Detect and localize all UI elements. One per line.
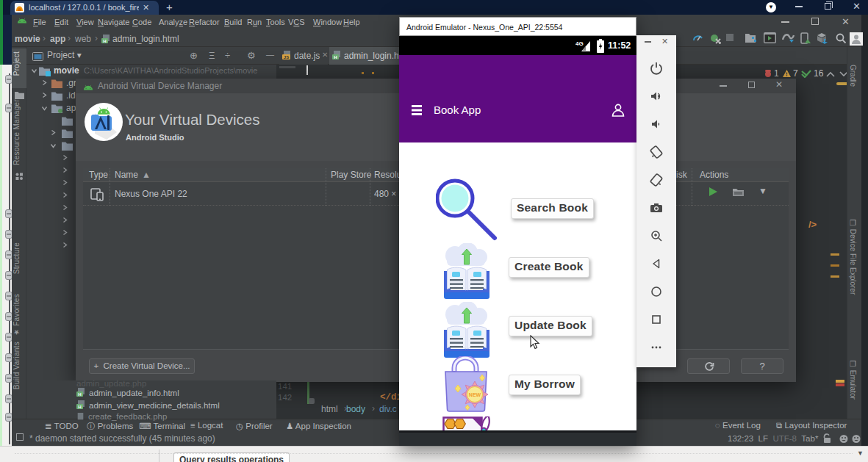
svg-text:JS: JS: [284, 55, 289, 59]
svg-text:NEW: NEW: [469, 392, 481, 397]
svg-text:H: H: [78, 392, 81, 397]
svg-text:H: H: [334, 55, 337, 59]
svg-text:H: H: [78, 405, 81, 409]
svg-text:H: H: [103, 39, 106, 43]
svg-text:4G: 4G: [575, 40, 584, 47]
